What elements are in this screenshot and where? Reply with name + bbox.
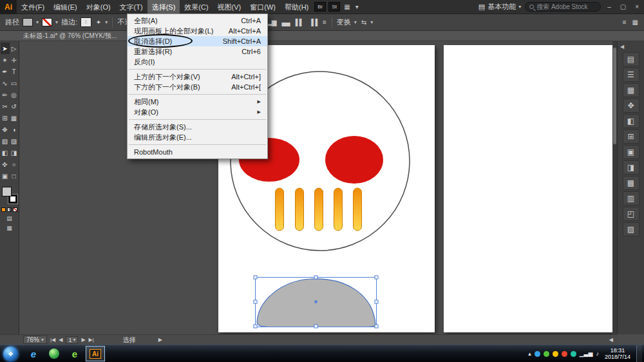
tray-icon-2[interactable] [544,351,549,357]
tooth-bar-2[interactable] [296,188,304,231]
tool-artboard[interactable]: ▣ [1,170,10,182]
menu-file[interactable]: 文件(F) [17,0,49,14]
menu-help[interactable]: 帮助(H) [280,0,313,14]
screen-mode-icon[interactable]: ▦ [6,225,12,231]
tool-blend[interactable]: ◨ [10,147,19,158]
artboard-number-select[interactable]: 1 ▾ [66,336,78,344]
transform-label[interactable]: 变换 [337,17,351,27]
hscroll-left-arrow[interactable]: ◀ [609,337,613,343]
panel-menu-icon[interactable]: ≡ [621,19,627,26]
tool-line-segment[interactable]: ∿ [1,77,10,89]
tooth-bar-1[interactable] [276,188,284,231]
tool-rotate[interactable]: ↺ [10,100,19,112]
selection-handle-w[interactable] [254,300,257,303]
selection-handle-sw[interactable] [254,325,257,328]
selection-handle-s[interactable] [314,325,317,328]
transform-dropdown-icon[interactable]: ▾ [354,19,357,25]
tool-rectangle[interactable]: ▭ [10,77,19,89]
show-desktop-button[interactable] [636,345,642,362]
panel-graphic-styles-icon[interactable]: ▩ [623,176,639,190]
panel-brushes-icon[interactable]: ▦ [623,83,639,97]
panel-layers-icon[interactable]: ▥ [623,191,639,205]
tool-slice[interactable]: □ [10,170,19,182]
menu-item-edit-selection[interactable]: 编辑所选对象(E)... [128,132,267,142]
panel-swatches-icon[interactable]: ☰ [623,68,639,82]
document-tab[interactable]: 未标题-1.ai* @ 76% (CMYK/预... [0,31,644,41]
browser2-taskbar-icon[interactable]: e [64,345,85,362]
color-mode-button[interactable] [1,207,6,212]
canvas[interactable] [19,41,617,334]
tooth-bar-4[interactable] [334,188,343,231]
tool-paintbrush[interactable]: ◎ [10,89,19,100]
stock-search-input[interactable]: 搜索 Adobe Stock [525,2,601,12]
first-artboard-button[interactable]: |◀ [50,337,55,343]
selection-handle-nw[interactable] [254,276,257,279]
selection-handle-ne[interactable] [375,276,378,279]
tool-scissors[interactable]: ✂ [1,100,10,112]
tool-perspective-grid[interactable]: ▧ [1,135,10,147]
right-eye-ellipse[interactable] [325,136,383,184]
tool-gradient[interactable]: ▨ [10,135,19,147]
next-artboard-button[interactable]: ▶ [81,337,85,343]
vertical-scrollbar[interactable] [612,41,617,334]
tray-icon-3[interactable] [553,351,558,357]
tool-free-transform[interactable]: ✥ [1,124,10,135]
minimize-button[interactable]: – [605,3,614,10]
gradient-mode-button[interactable] [7,207,12,212]
menu-select[interactable]: 选择(S) [147,0,180,14]
distribute-vertical-icon[interactable]: ▐▐ [308,19,318,26]
tool-selection[interactable]: ➤ [1,43,10,54]
last-artboard-button[interactable]: ▶| [89,337,94,343]
ie-taskbar-icon[interactable]: e [23,345,44,362]
swap-icon[interactable]: ⇆ [360,19,367,26]
selection-handle-se[interactable] [375,325,378,328]
align-center-icon[interactable]: ▄▄ [280,19,290,26]
artboard-2[interactable] [444,45,615,332]
restore-button[interactable]: ▢ [618,3,629,10]
illustrator-taskbar-icon[interactable]: Ai [85,345,106,362]
panel-transparency-icon[interactable]: ▣ [623,145,639,159]
menu-edit[interactable]: 编辑(E) [49,0,82,14]
tool-mesh[interactable]: ▦ [10,112,19,124]
panel-artboards-icon[interactable]: ◰ [623,207,639,221]
menu-item-save-selection[interactable]: 存储所选对象(S)... [128,122,267,132]
menu-object[interactable]: 对象(O) [82,0,115,14]
menu-item-next-object-below[interactable]: 下方的下一个对象(B) Alt+Ctrl+[ [128,82,267,92]
tool-pencil[interactable]: ✏ [1,89,10,100]
network-icon[interactable]: ▁▃▅ [580,350,593,357]
menu-item-next-object-above[interactable]: 上方的下一个对象(V) Alt+Ctrl+] [128,71,267,82]
volume-icon[interactable]: ♪ [596,350,599,357]
more-options-icon[interactable]: ▾ [370,19,373,25]
selection-center-anchor[interactable] [315,301,317,303]
hscroll-right-arrow[interactable]: ▶ [158,337,162,343]
taskbar-clock[interactable]: 18:31 2018/7/14 [602,347,633,360]
close-button[interactable]: × [632,3,641,10]
browser-globe-taskbar-icon[interactable] [44,345,64,362]
tool-pen[interactable]: ✒ [1,66,10,77]
arrange-documents-icon[interactable]: ▦ [341,3,352,10]
menu-item-reselect[interactable]: 重新选择(R) Ctrl+6 [128,46,267,57]
tool-zoom[interactable]: ○ [10,158,19,170]
brush-dropdown-icon[interactable]: ▾ [105,19,108,25]
menu-type[interactable]: 文字(T) [115,0,147,14]
selection-handle-e[interactable] [375,300,378,303]
arrange-dropdown-icon[interactable]: ▾ [353,3,361,10]
tool-hand[interactable]: ✜ [1,158,10,170]
tool-type[interactable]: T [10,66,19,77]
menu-item-select-all-on-artboard[interactable]: 现用画板上的全部对象(L) Alt+Ctrl+A [128,26,267,36]
brush-definition-icon[interactable]: ✦ [95,19,102,26]
menu-item-deselect[interactable]: 取消选择(D) Shift+Ctrl+A [128,36,267,46]
prev-artboard-button[interactable]: ◀ [59,337,62,343]
fill-color-box[interactable] [2,187,12,196]
fill-swatch[interactable] [23,18,33,26]
panel-gradient-icon[interactable]: ⊞ [623,129,639,144]
panel-stroke-icon[interactable]: ◧ [623,114,639,128]
panel-symbols-icon[interactable]: ✥ [623,99,639,113]
panel-appearance-icon[interactable]: ◨ [623,160,639,175]
tool-scale[interactable]: ⊞ [1,112,10,124]
tool-direct-selection[interactable]: ▷ [10,43,19,54]
tooth-bar-5[interactable] [354,188,362,231]
menu-item-object[interactable]: 对象(O) ▶ [128,107,267,117]
expand-panels-icon[interactable]: ◀ [618,43,627,51]
stroke-width-stepper[interactable]: ⇕ [80,17,91,27]
